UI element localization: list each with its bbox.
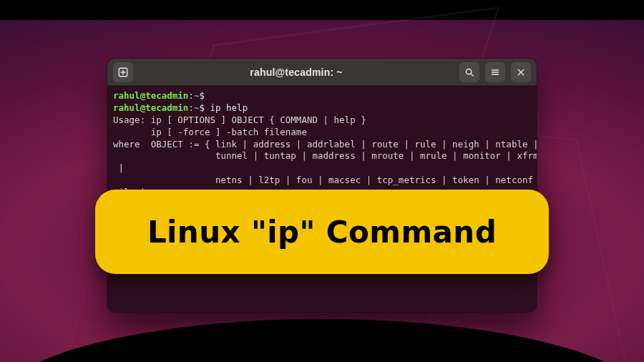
- search-icon: [464, 67, 474, 77]
- banner-overlay: Linux "ip" Command: [95, 190, 549, 274]
- prompt-suffix: $: [199, 102, 210, 113]
- prompt-user: rahul@tecadmin: [113, 90, 188, 101]
- search-button[interactable]: [459, 62, 479, 82]
- titlebar: rahul@tecadmin: ~: [107, 59, 537, 86]
- terminal-line: netns | l2tp | fou | macsec | tcp_metric…: [113, 175, 537, 185]
- terminal-line: ip [ -force ] -batch filename: [113, 127, 307, 137]
- titlebar-right-group: [459, 62, 531, 82]
- menu-button[interactable]: [485, 62, 505, 82]
- close-button[interactable]: [511, 62, 531, 82]
- prompt-separator: :: [188, 102, 194, 113]
- desktop-background: rahul@tecadmin: ~ rahul@tecadmin:~$ rahu…: [0, 0, 644, 362]
- terminal-line: where OBJECT := { link | address | addrl…: [113, 139, 537, 150]
- terminal-line: tunnel | tuntap | maddress | mroute | mr…: [113, 150, 537, 161]
- hamburger-icon: [490, 67, 500, 77]
- prompt-user: rahul@tecadmin: [113, 102, 188, 113]
- new-tab-button[interactable]: [113, 62, 133, 82]
- svg-line-4: [471, 73, 473, 75]
- close-icon: [517, 68, 525, 77]
- new-tab-icon: [118, 67, 128, 77]
- terminal-line: Usage: ip [ OPTIONS ] OBJECT { COMMAND |…: [113, 114, 366, 125]
- banner-title: Linux "ip" Command: [147, 215, 497, 250]
- window-title: rahul@tecadmin: ~: [139, 67, 454, 78]
- top-black-strip: [0, 0, 644, 20]
- prompt-command: ip help: [210, 102, 248, 113]
- prompt-separator: :: [188, 90, 194, 101]
- prompt-suffix: $: [199, 90, 210, 101]
- terminal-line: |: [113, 162, 124, 173]
